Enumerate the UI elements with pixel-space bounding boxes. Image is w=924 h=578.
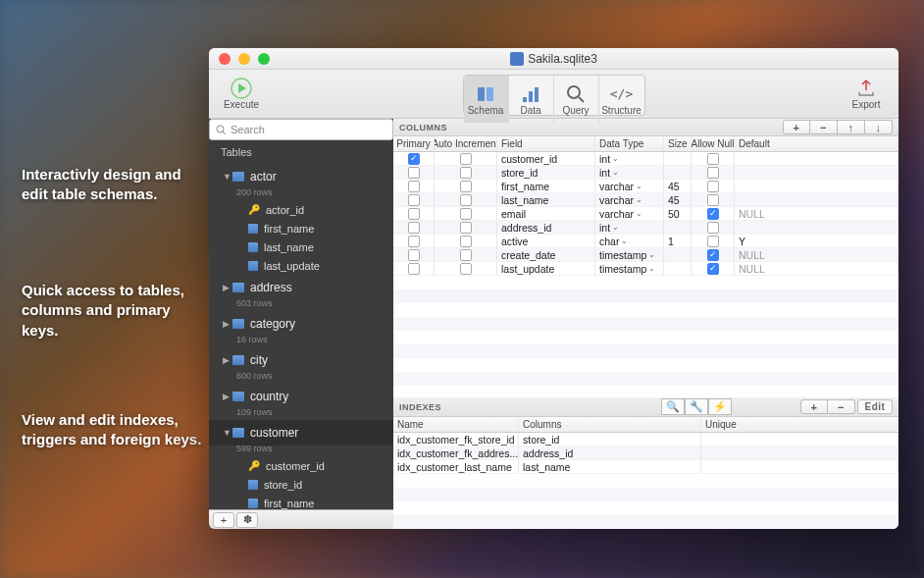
column-grid-row[interactable]: last_update timestamp⌄ NULL: [393, 262, 898, 276]
column-row-customer_id[interactable]: 🔑customer_id: [209, 456, 393, 475]
datatype-select[interactable]: int⌄: [599, 167, 619, 179]
add-column-button[interactable]: +: [783, 120, 810, 134]
allownull-checkbox[interactable]: [707, 208, 719, 220]
size-value[interactable]: 45: [664, 180, 692, 192]
primary-checkbox[interactable]: [408, 208, 420, 220]
allownull-checkbox[interactable]: [707, 153, 719, 165]
datatype-select[interactable]: varchar⌄: [599, 208, 642, 220]
default-value[interactable]: [735, 221, 898, 234]
default-value[interactable]: NULL: [735, 207, 898, 220]
data-tab[interactable]: Data: [509, 76, 554, 123]
move-column-down-button[interactable]: ↓: [865, 120, 893, 134]
size-value[interactable]: [664, 221, 692, 234]
autoincrement-checkbox[interactable]: [460, 236, 472, 247]
structure-icon: </>: [611, 83, 633, 105]
datatype-select[interactable]: int⌄: [599, 222, 619, 234]
table-row-customer[interactable]: ▼ customer: [209, 420, 393, 446]
column-grid-row[interactable]: create_date timestamp⌄ NULL: [393, 248, 898, 262]
default-value[interactable]: [735, 180, 898, 192]
schema-tab[interactable]: Schema: [464, 76, 509, 123]
add-index-button[interactable]: +: [800, 399, 828, 414]
datatype-select[interactable]: int⌄: [599, 153, 619, 165]
query-tab[interactable]: Query: [554, 76, 599, 123]
column-grid-row[interactable]: first_name varchar⌄ 45: [393, 180, 898, 193]
execute-button[interactable]: Execute: [217, 71, 266, 118]
size-value[interactable]: [664, 248, 692, 261]
size-value[interactable]: [664, 166, 692, 179]
autoincrement-checkbox[interactable]: [460, 181, 472, 192]
size-value[interactable]: 50: [664, 207, 692, 220]
column-grid-row[interactable]: last_name varchar⌄ 45: [393, 193, 898, 207]
column-row-last_update[interactable]: last_update: [209, 256, 393, 275]
size-value[interactable]: 1: [664, 235, 692, 247]
autoincrement-checkbox[interactable]: [460, 153, 472, 165]
default-value[interactable]: [735, 152, 898, 165]
table-row-category[interactable]: ▶ category: [209, 311, 393, 337]
allownull-checkbox[interactable]: [707, 249, 719, 261]
autoincrement-checkbox[interactable]: [460, 194, 472, 206]
primary-checkbox[interactable]: [408, 249, 420, 261]
table-row-address[interactable]: ▶ address: [209, 275, 393, 300]
column-row-first_name[interactable]: first_name: [209, 494, 393, 509]
primary-checkbox[interactable]: [408, 167, 420, 179]
allownull-checkbox[interactable]: [707, 194, 719, 206]
column-row-store_id[interactable]: store_id: [209, 475, 393, 494]
move-column-up-button[interactable]: ↑: [838, 120, 865, 134]
autoincrement-checkbox[interactable]: [460, 249, 472, 261]
default-value[interactable]: [735, 193, 898, 206]
column-grid-row[interactable]: store_id int⌄: [393, 166, 898, 180]
table-row-city[interactable]: ▶ city: [209, 347, 393, 373]
index-grid-row[interactable]: idx_customer_fk_store_id store_id: [393, 433, 898, 447]
column-grid-row[interactable]: active char⌄ 1 Y: [393, 235, 898, 248]
settings-button[interactable]: ✽: [236, 512, 258, 528]
default-value[interactable]: NULL: [735, 262, 898, 275]
index-grid-row[interactable]: idx_customer_last_name last_name: [393, 460, 898, 474]
export-button[interactable]: Export: [842, 71, 891, 118]
remove-column-button[interactable]: −: [810, 120, 838, 134]
search-indexes-button[interactable]: 🔍: [661, 398, 685, 415]
primary-checkbox[interactable]: [408, 153, 420, 165]
default-value[interactable]: Y: [735, 235, 898, 247]
search-input[interactable]: Search: [209, 119, 393, 140]
primary-checkbox[interactable]: [408, 263, 420, 275]
allownull-checkbox[interactable]: [707, 236, 719, 247]
table-row-actor[interactable]: ▼ actor: [209, 164, 393, 189]
allownull-checkbox[interactable]: [707, 222, 719, 234]
datatype-select[interactable]: timestamp⌄: [599, 263, 655, 275]
wrench-button[interactable]: 🔧: [685, 398, 708, 415]
autoincrement-checkbox[interactable]: [460, 208, 472, 220]
column-grid-row[interactable]: customer_id int⌄: [393, 152, 898, 166]
datatype-select[interactable]: timestamp⌄: [599, 249, 655, 261]
column-grid-row[interactable]: email varchar⌄ 50 NULL: [393, 207, 898, 221]
edit-index-button[interactable]: Edit: [857, 399, 893, 414]
primary-checkbox[interactable]: [408, 194, 420, 206]
column-row-first_name[interactable]: first_name: [209, 219, 393, 237]
data-icon: [520, 83, 541, 105]
autoincrement-checkbox[interactable]: [460, 167, 472, 179]
datatype-select[interactable]: varchar⌄: [599, 194, 642, 206]
default-value[interactable]: NULL: [735, 248, 898, 261]
primary-checkbox[interactable]: [408, 222, 420, 234]
column-grid-row[interactable]: address_id int⌄: [393, 221, 898, 235]
datatype-select[interactable]: char⌄: [599, 236, 628, 247]
size-value[interactable]: [664, 152, 692, 165]
primary-checkbox[interactable]: [408, 181, 420, 192]
allownull-checkbox[interactable]: [707, 167, 719, 179]
remove-index-button[interactable]: −: [828, 399, 855, 414]
add-table-button[interactable]: +: [213, 512, 234, 528]
default-value[interactable]: [735, 166, 898, 179]
datatype-select[interactable]: varchar⌄: [599, 181, 642, 192]
allownull-checkbox[interactable]: [707, 181, 719, 192]
autoincrement-checkbox[interactable]: [460, 222, 472, 234]
table-row-country[interactable]: ▶ country: [209, 384, 393, 409]
size-value[interactable]: [664, 262, 692, 275]
allownull-checkbox[interactable]: [707, 263, 719, 275]
size-value[interactable]: 45: [664, 193, 692, 206]
structure-tab[interactable]: </> Structure: [599, 76, 644, 123]
lightning-button[interactable]: ⚡: [708, 398, 732, 415]
autoincrement-checkbox[interactable]: [460, 263, 472, 275]
column-row-actor_id[interactable]: 🔑actor_id: [209, 200, 393, 219]
primary-checkbox[interactable]: [408, 236, 420, 247]
column-row-last_name[interactable]: last_name: [209, 237, 393, 256]
index-grid-row[interactable]: idx_customer_fk_addres... address_id: [393, 447, 898, 460]
